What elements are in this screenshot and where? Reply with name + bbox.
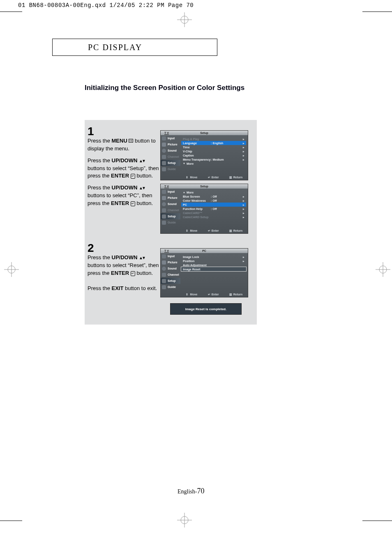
osd-title: Setup bbox=[200, 131, 208, 134]
osd-tab-sound: Sound bbox=[161, 201, 180, 207]
osd-menu-item: Function Help: Off▸ bbox=[181, 207, 246, 211]
osd-menu-item: V-Chip▸ bbox=[181, 149, 246, 153]
osd-tab-setup: Setup bbox=[161, 278, 180, 284]
osd-menu: Plug & Play▸Language: English▸Time▸V-Chi… bbox=[181, 137, 246, 166]
osd-menu-item: CableCARD Setup▸ bbox=[181, 215, 246, 219]
osd-menu-item: Auto Adjustment bbox=[181, 263, 246, 267]
crop-rule bbox=[0, 521, 22, 521]
osd-menu-item: Language: English▸ bbox=[181, 141, 246, 145]
print-header: 01 BN68-00803A-00Eng.qxd 1/24/05 2:22 PM… bbox=[18, 2, 194, 9]
section-heading: PC DISPLAY bbox=[52, 39, 217, 56]
osd-menu-item: More bbox=[181, 190, 246, 194]
toast-message: Image Reset is completed. bbox=[170, 303, 242, 315]
osd-tab-guide: Guide bbox=[161, 166, 180, 172]
osd-screenshot-pc: T VPC Input Picture Sound Channel Setup … bbox=[160, 248, 248, 297]
crop-rule bbox=[362, 12, 392, 12]
osd-tab-setup: Setup bbox=[161, 160, 180, 166]
osd-menu-item: Time▸ bbox=[181, 145, 246, 149]
osd-sidebar: Input Picture Sound Channel Setup Guide bbox=[161, 253, 180, 291]
osd-menu-item: PC▸ bbox=[181, 203, 246, 207]
enter-icon: ↵ bbox=[131, 201, 135, 206]
return-hint: ▥ Return bbox=[229, 176, 243, 179]
osd-menu-item: Position▸ bbox=[181, 259, 246, 263]
registration-mark bbox=[177, 513, 192, 529]
page-title: Initializing the Screen Position or Colo… bbox=[85, 84, 244, 92]
osd-tab-channel: Channel bbox=[161, 207, 180, 213]
osd-title: PC bbox=[202, 249, 206, 252]
enter-icon: ↵ bbox=[131, 271, 135, 276]
osd-tab-input: Input bbox=[161, 253, 180, 259]
osd-title: Setup bbox=[200, 185, 208, 188]
osd-screenshot-setup-1: T VSetup Input Picture Sound Channel Set… bbox=[160, 130, 248, 180]
osd-menu-item: Image Reset bbox=[181, 267, 246, 271]
osd-tab-guide: Guide bbox=[161, 219, 180, 226]
registration-mark bbox=[177, 12, 192, 29]
step-1-text: Press the MENU button to display the men… bbox=[88, 137, 159, 207]
osd-tab-picture: Picture bbox=[161, 195, 180, 201]
page-footer: English-70 bbox=[178, 487, 204, 495]
osd-tab-channel: Channel bbox=[161, 154, 180, 160]
osd-tab-input: Input bbox=[161, 135, 180, 141]
osd-menu-item: Blue Screen: Off▸ bbox=[181, 194, 246, 198]
registration-mark bbox=[4, 262, 19, 279]
osd-tab-setup: Setup bbox=[161, 213, 180, 219]
osd-tab-picture: Picture bbox=[161, 141, 180, 147]
step-number-1: 1 bbox=[88, 126, 94, 137]
section-label: PC DISPLAY bbox=[88, 43, 142, 52]
osd-menu-item: CableCARD™▸ bbox=[181, 211, 246, 215]
osd-tab-channel: Channel bbox=[161, 272, 180, 278]
up-down-icon: ▲▼ bbox=[139, 158, 145, 164]
osd-sidebar: Input Picture Sound Channel Setup Guide bbox=[161, 189, 180, 227]
osd-sidebar: Input Picture Sound Channel Setup Guide bbox=[161, 135, 180, 174]
registration-mark bbox=[376, 262, 390, 279]
content-panel: 1 Press the MENU button to display the m… bbox=[85, 120, 257, 325]
osd-menu: MoreBlue Screen: Off▸Color Weakness: Off… bbox=[181, 190, 246, 219]
osd-tab-guide: Guide bbox=[161, 284, 180, 290]
osd-tab-sound: Sound bbox=[161, 265, 180, 272]
step-2-text: Press the UP/DOWN ▲▼ buttons to select “… bbox=[88, 254, 159, 292]
crop-rule bbox=[362, 521, 392, 521]
osd-menu-item: Menu Transparency: Medium▸ bbox=[181, 157, 246, 161]
osd-tab-picture: Picture bbox=[161, 259, 180, 265]
osd-footer: Move↵ Enter▥ Return bbox=[180, 175, 248, 180]
osd-tab-sound: Sound bbox=[161, 147, 180, 154]
up-down-icon: ▲▼ bbox=[139, 185, 145, 191]
menu-icon bbox=[129, 139, 133, 143]
crop-rule bbox=[0, 12, 22, 12]
osd-tab-input: Input bbox=[161, 189, 180, 195]
osd-menu-item: More bbox=[181, 161, 246, 166]
osd-footer: Move↵ Enter▥ Return bbox=[180, 228, 248, 233]
step-number-2: 2 bbox=[88, 242, 94, 254]
osd-menu-item: Color Weakness: Off▸ bbox=[181, 198, 246, 203]
enter-icon: ↵ bbox=[131, 174, 135, 179]
osd-menu-item: Plug & Play▸ bbox=[181, 137, 246, 141]
enter-hint: ↵ Enter bbox=[208, 176, 219, 179]
up-down-icon: ▲▼ bbox=[139, 255, 145, 261]
osd-menu: Image Lock▸Position▸Auto AdjustmentImage… bbox=[181, 255, 246, 271]
osd-screenshot-setup-2: T VSetup Input Picture Sound Channel Set… bbox=[160, 184, 248, 234]
osd-menu-item: Image Lock▸ bbox=[181, 255, 246, 259]
osd-menu-item: Caption▸ bbox=[181, 153, 246, 157]
osd-footer: Move↵ Enter▥ Return bbox=[180, 292, 248, 297]
